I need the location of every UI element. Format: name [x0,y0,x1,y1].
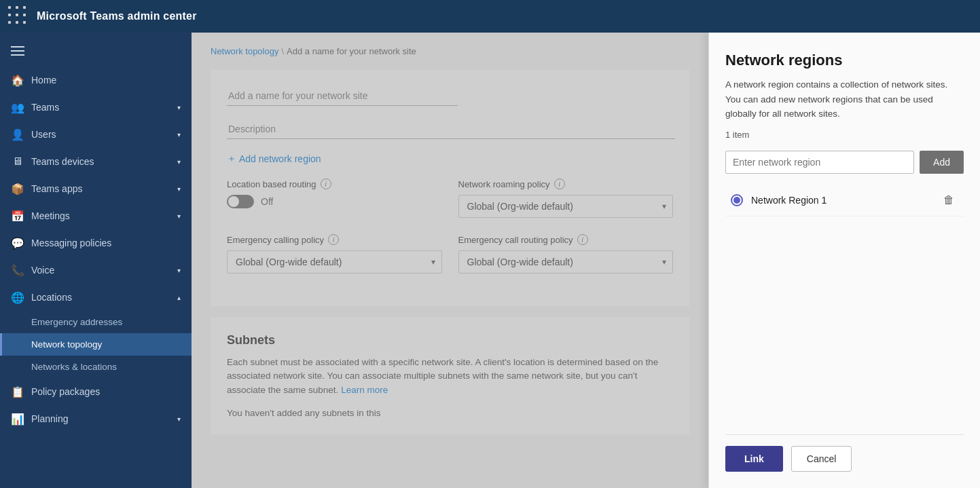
sidebar-item-teams-apps[interactable]: 📦 Teams apps ▾ [0,175,192,202]
sidebar-item-label: Teams apps [31,183,82,194]
sidebar-item-messaging[interactable]: 💬 Messaging policies [0,229,192,257]
sidebar-sub-item-label: Emergency addresses [31,317,122,327]
right-panel: Network regions A network region contain… [708,33,980,488]
chevron-down-icon: ▾ [177,158,181,166]
voice-icon: 📞 [11,263,24,277]
region-name: Network Region 1 [751,195,931,206]
region-search-input[interactable] [725,151,914,174]
sidebar-item-label: Policy packages [31,386,100,397]
panel-title: Network regions [725,52,964,69]
sidebar-item-label: Locations [31,292,72,303]
panel-description: A network region contains a collection o… [725,77,964,121]
sidebar-item-teams[interactable]: 👥 Teams ▾ [0,94,192,121]
sidebar-item-voice[interactable]: 📞 Voice ▾ [0,257,192,284]
region-list: Network Region 1 🗑 [725,185,964,418]
sidebar-item-teams-devices[interactable]: 🖥 Teams devices ▾ [0,148,192,175]
meetings-icon: 📅 [11,209,24,223]
messaging-icon: 💬 [11,236,24,250]
region-item: Network Region 1 🗑 [725,185,964,217]
sidebar-item-label: Planning [31,413,69,424]
panel-count: 1 item [725,130,964,140]
users-icon: 👤 [11,128,24,141]
panel-footer: Link Cancel [725,434,964,472]
sidebar-item-network-topology[interactable]: Network topology [0,333,192,356]
sidebar-item-home[interactable]: 🏠 Home [0,67,192,94]
home-icon: 🏠 [11,73,24,87]
sidebar-item-policy-packages[interactable]: 📋 Policy packages [0,378,192,405]
sidebar-sub-item-label: Network topology [31,339,102,350]
chevron-down-icon: ▾ [177,104,181,111]
cancel-button[interactable]: Cancel [791,446,852,472]
devices-icon: 🖥 [11,155,24,168]
add-region-button[interactable]: Add [920,151,964,174]
layout: 🏠 Home 👥 Teams ▾ 👤 Users ▾ 🖥 Teams devic… [0,33,980,488]
teams-icon: 👥 [11,100,24,114]
locations-icon: 🌐 [11,290,24,304]
sidebar-item-users[interactable]: 👤 Users ▾ [0,121,192,148]
sidebar-item-locations[interactable]: 🌐 Locations ▴ [0,284,192,311]
sidebar-item-label: Meetings [31,210,70,221]
region-radio[interactable] [731,194,743,206]
chevron-down-icon: ▾ [177,267,181,274]
chevron-down-icon: ▾ [177,185,181,193]
overlay [192,33,708,488]
chevron-up-icon: ▴ [177,294,181,301]
sidebar-sub-item-label: Networks & locations [31,362,117,372]
app-title: Microsoft Teams admin center [37,10,197,22]
chevron-down-icon: ▾ [177,131,181,138]
sidebar-item-label: Users [31,129,56,140]
chevron-down-icon: ▾ [177,212,181,220]
main-content: Network topology \ Add a name for your n… [192,33,708,488]
delete-region-icon[interactable]: 🗑 [939,193,958,208]
sidebar-item-label: Voice [31,265,54,276]
topbar: Microsoft Teams admin center [0,0,980,33]
sidebar-item-planning[interactable]: 📊 Planning ▾ [0,405,192,432]
sidebar-item-label: Teams [31,102,59,113]
sidebar-item-label: Messaging policies [31,238,111,248]
link-button[interactable]: Link [725,446,783,472]
planning-icon: 📊 [11,412,24,426]
chevron-down-icon: ▾ [177,415,181,423]
sidebar: 🏠 Home 👥 Teams ▾ 👤 Users ▾ 🖥 Teams devic… [0,33,192,488]
policy-icon: 📋 [11,385,24,398]
sidebar-item-label: Teams devices [31,156,94,167]
radio-selected-icon [733,197,740,204]
hamburger-menu[interactable] [0,38,192,67]
sidebar-item-meetings[interactable]: 📅 Meetings ▾ [0,202,192,229]
panel-search-row: Add [725,151,964,174]
apps-icon: 📦 [11,182,24,195]
sidebar-item-emergency-addresses[interactable]: Emergency addresses [0,311,192,333]
sidebar-item-label: Home [31,75,56,86]
sidebar-item-networks-locations[interactable]: Networks & locations [0,356,192,378]
app-launcher-icon[interactable] [8,6,29,26]
